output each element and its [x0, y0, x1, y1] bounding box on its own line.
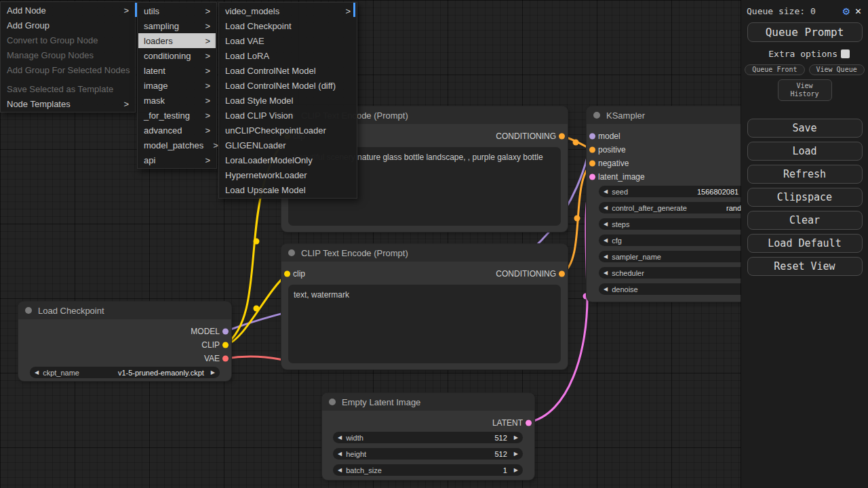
- menu-item-save-selected-as-template[interactable]: Save Selected as Template: [1, 81, 134, 96]
- menu-item-load-style-model[interactable]: Load Style Model: [220, 93, 356, 108]
- close-icon[interactable]: ✕: [855, 6, 861, 16]
- node-empty-latent-image[interactable]: Empty Latent Image LATENT ◀ width 512 ▶ …: [322, 393, 534, 480]
- menu-item-convert-to-group-node[interactable]: Convert to Group Node: [1, 33, 134, 47]
- input-slot-clip[interactable]: [284, 271, 290, 277]
- input-slot-negative[interactable]: [589, 161, 595, 167]
- save-button[interactable]: Save: [747, 119, 863, 138]
- widget-left-arrow-icon[interactable]: ◀: [604, 270, 608, 276]
- menu-item-unclip-checkpoint-loader[interactable]: unCLIPCheckpointLoader: [220, 123, 356, 138]
- output-slot-vae[interactable]: [222, 356, 229, 362]
- node-title-bar[interactable]: CLIP Text Encode (Prompt): [281, 244, 568, 262]
- submenu-arrow-icon: >: [205, 21, 210, 31]
- submenu-arrow-icon: >: [213, 140, 218, 150]
- output-slot-model[interactable]: [222, 329, 229, 335]
- node-clip-text-encode-negative[interactable]: CLIP Text Encode (Prompt) clip CONDITION…: [281, 244, 568, 369]
- node-title: Load Checkpoint: [38, 306, 104, 316]
- settings-gear-icon[interactable]: ⚙: [843, 5, 850, 17]
- output-label-conditioning: CONDITIONING: [496, 131, 556, 141]
- menu-item-load-lora[interactable]: Load LoRA: [220, 48, 356, 63]
- menu-item-lora-loader-model-only[interactable]: LoraLoaderModelOnly: [220, 152, 356, 167]
- view-history-button[interactable]: View History: [778, 79, 832, 101]
- refresh-button[interactable]: Refresh: [747, 165, 863, 184]
- widget-left-arrow-icon[interactable]: ◀: [604, 189, 608, 195]
- node-title-bar[interactable]: Load Checkpoint: [18, 302, 231, 319]
- menu-item-load-controlnet-model[interactable]: Load ControlNet Model: [220, 63, 356, 78]
- view-queue-button[interactable]: View Queue: [809, 64, 865, 75]
- prompt-textarea[interactable]: text, watermark: [288, 285, 561, 363]
- widget-right-arrow-icon[interactable]: ▶: [514, 468, 518, 473]
- widget-left-arrow-icon[interactable]: ◀: [604, 205, 608, 211]
- menu-item-hypernetwork-loader[interactable]: HypernetworkLoader: [220, 167, 356, 182]
- output-label-vae: VAE: [204, 354, 220, 363]
- menu-item-for-testing[interactable]: _for_testing >: [138, 108, 216, 123]
- menu-item-loaders[interactable]: loaders >: [138, 33, 216, 48]
- menu-item-video-models[interactable]: video_models >: [220, 3, 356, 18]
- input-label-negative: negative: [598, 159, 629, 168]
- widget-value: v1-5-pruned-emaonly.ckpt: [118, 369, 204, 377]
- output-slot-conditioning[interactable]: [559, 134, 565, 140]
- widget-width[interactable]: ◀ width 512 ▶: [333, 432, 523, 443]
- output-slot-latent[interactable]: [526, 420, 532, 426]
- collapse-dot-icon[interactable]: [288, 249, 295, 256]
- widget-left-arrow-icon[interactable]: ◀: [604, 222, 608, 227]
- load-default-button[interactable]: Load Default: [747, 234, 863, 253]
- input-label-latent-image: latent_image: [598, 172, 645, 182]
- widget-right-arrow-icon[interactable]: ▶: [514, 451, 518, 457]
- menu-item-load-clip-vision[interactable]: Load CLIP Vision: [220, 108, 356, 123]
- menu-item-image[interactable]: image >: [138, 78, 216, 93]
- submenu-arrow-icon: >: [205, 51, 210, 61]
- menu-item-conditioning[interactable]: conditioning >: [138, 48, 216, 63]
- input-slot-latent-image[interactable]: [589, 174, 595, 180]
- menu-item-add-group[interactable]: Add Group: [1, 18, 134, 33]
- queue-prompt-button[interactable]: Queue Prompt: [747, 22, 863, 42]
- menu-item-load-vae[interactable]: Load VAE: [220, 33, 356, 48]
- menu-item-utils[interactable]: utils >: [138, 3, 216, 18]
- node-title-bar[interactable]: Empty Latent Image: [322, 393, 534, 411]
- widget-right-arrow-icon[interactable]: ▶: [514, 435, 518, 441]
- menu-item-manage-group-nodes[interactable]: Manage Group Nodes: [1, 47, 134, 62]
- widget-batch-size[interactable]: ◀ batch_size 1 ▶: [333, 464, 523, 476]
- queue-front-button[interactable]: Queue Front: [745, 64, 804, 75]
- widget-left-arrow-icon[interactable]: ◀: [338, 468, 342, 473]
- menu-item-latent[interactable]: latent >: [138, 63, 216, 78]
- widget-left-arrow-icon[interactable]: ◀: [604, 254, 608, 260]
- output-slot-conditioning[interactable]: [559, 271, 565, 277]
- menu-item-mask[interactable]: mask >: [138, 93, 216, 108]
- input-slot-model[interactable]: [589, 134, 595, 140]
- widget-left-arrow-icon[interactable]: ◀: [604, 287, 608, 292]
- submenu-arrow-icon: >: [205, 66, 210, 76]
- clipspace-button[interactable]: Clipspace: [747, 188, 863, 207]
- menu-item-add-group-for-selected-nodes[interactable]: Add Group For Selected Nodes: [1, 62, 134, 77]
- widget-left-arrow-icon[interactable]: ◀: [338, 451, 342, 457]
- menu-item-load-checkpoint[interactable]: Load Checkpoint: [220, 18, 356, 33]
- widget-height[interactable]: ◀ height 512 ▶: [333, 448, 523, 460]
- extra-options-checkbox[interactable]: [841, 49, 850, 58]
- collapse-dot-icon[interactable]: [25, 307, 32, 314]
- clear-button[interactable]: Clear: [747, 211, 863, 230]
- menu-item-load-upscale-model[interactable]: Load Upscale Model: [220, 182, 356, 197]
- widget-left-arrow-icon[interactable]: ◀: [35, 370, 39, 375]
- output-slot-clip[interactable]: [222, 342, 229, 348]
- collapse-dot-icon[interactable]: [329, 399, 336, 405]
- menu-item-add-node[interactable]: Add Node >: [1, 3, 134, 18]
- input-slot-positive[interactable]: [589, 147, 595, 153]
- widget-left-arrow-icon[interactable]: ◀: [338, 435, 342, 441]
- widget-value: 512: [494, 434, 507, 442]
- collapse-dot-icon[interactable]: [593, 112, 600, 119]
- menu-item-api[interactable]: api >: [138, 152, 216, 167]
- node-load-checkpoint[interactable]: Load Checkpoint MODEL CLIP VAE ◀ ckpt_na…: [18, 302, 231, 381]
- queue-size-label: Queue size: 0: [747, 6, 837, 16]
- context-menu-root: Add Node > Add Group Convert to Group No…: [0, 1, 136, 113]
- menu-item-advanced[interactable]: advanced >: [138, 123, 216, 138]
- menu-item-model-patches[interactable]: model_patches >: [138, 138, 216, 152]
- load-button[interactable]: Load: [747, 142, 863, 161]
- widget-ckpt-name[interactable]: ◀ ckpt_name v1-5-pruned-emaonly.ckpt ▶: [30, 367, 220, 378]
- widget-left-arrow-icon[interactable]: ◀: [604, 238, 608, 243]
- reset-view-button[interactable]: Reset View: [747, 257, 863, 276]
- widget-right-arrow-icon[interactable]: ▶: [211, 370, 215, 375]
- menu-item-load-controlnet-model-diff[interactable]: Load ControlNet Model (diff): [220, 78, 356, 93]
- menu-item-node-templates[interactable]: Node Templates >: [1, 96, 134, 111]
- menu-item-gligen-loader[interactable]: GLIGENLoader: [220, 138, 356, 152]
- widget-label: height: [346, 450, 366, 458]
- menu-item-sampling[interactable]: sampling >: [138, 18, 216, 33]
